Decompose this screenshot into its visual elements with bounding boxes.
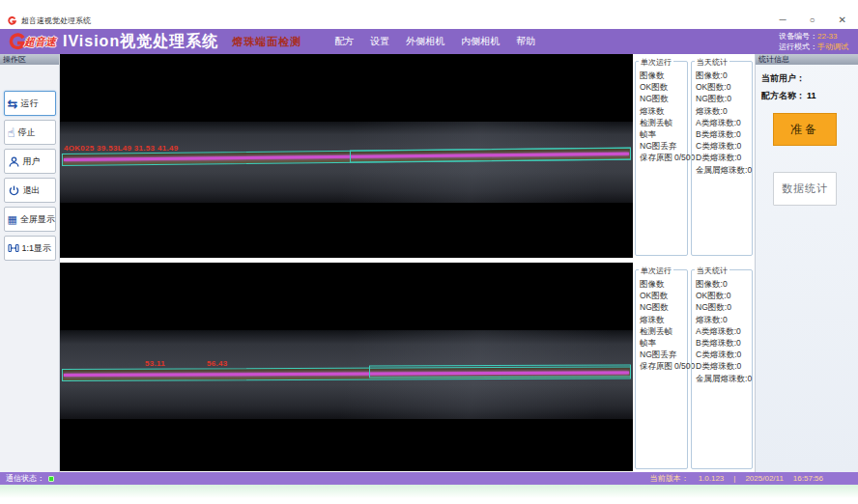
- stat-row: 帧率: [640, 128, 687, 140]
- device-info: 设备编号：22-33 运行模式：手动调试: [779, 31, 850, 52]
- minimize-button[interactable]: ─: [779, 14, 786, 27]
- app-header: 超音速 IVision视觉处理系统 熔珠端面检测 配方 设置 外侧相机 内侧相机…: [0, 29, 858, 54]
- comm-status-ok-indicator: [48, 476, 54, 482]
- one-to-one-button[interactable]: 1:1显示: [4, 236, 56, 261]
- menu-help[interactable]: 帮助: [516, 35, 535, 48]
- stat-row: 熔珠数: [640, 105, 687, 117]
- current-user-label: 当前用户：: [761, 73, 805, 83]
- menu-settings[interactable]: 设置: [370, 35, 389, 48]
- data-statistics-button[interactable]: 数据统计: [773, 172, 837, 206]
- today-stats-groupbox: 当天统计 图像数:0 OK图数:0 NG图数:0 熔珠数:0 A类熔珠数:0 B…: [691, 269, 753, 469]
- comm-status-label: 通信状态：: [6, 473, 44, 484]
- status-time: 16:57:56: [793, 474, 823, 483]
- sidebar-title: 操作区: [0, 54, 59, 65]
- cycle-arrows-icon: ⇆: [8, 98, 18, 110]
- stat-row: D类熔珠数:0: [696, 152, 752, 163]
- ready-button[interactable]: 准备: [773, 113, 837, 146]
- stat-row: 金属屑熔珠数:0: [696, 373, 752, 384]
- single-run-title: 单次运行: [639, 266, 673, 276]
- user-button[interactable]: 用户: [4, 149, 56, 174]
- stat-row: OK图数:0: [696, 290, 752, 301]
- menu-outer-camera[interactable]: 外侧相机: [406, 35, 444, 48]
- menu-recipe[interactable]: 配方: [334, 35, 354, 48]
- stat-row: NG图丢弃: [640, 349, 687, 360]
- fullscreen-grid-icon: ▦: [8, 213, 17, 226]
- brand-logo: 超音速: [8, 33, 56, 50]
- user-button-label: 用户: [23, 155, 41, 168]
- measurement-annotation: 53.11: [145, 359, 165, 368]
- hand-stop-icon: ☝: [8, 126, 15, 139]
- stat-row: 保存原图0/500: [640, 152, 687, 163]
- stats-panel-top: 单次运行 图像数 OK图数 NG图数 熔珠数 检测丢帧 帧率 NG图丢弃 保存原…: [634, 54, 754, 258]
- stop-button[interactable]: ☝ 停止: [4, 120, 56, 145]
- stat-row: 图像数: [640, 278, 687, 290]
- one-to-one-button-label: 1:1显示: [22, 242, 52, 255]
- stat-row: B类熔珠数:0: [696, 337, 752, 349]
- status-date: 2025/02/11: [745, 474, 783, 483]
- stats-panel-bottom: 单次运行 图像数 OK图数 NG图数 熔珠数 检测丢帧 帧率 NG图丢弃 保存原…: [634, 263, 754, 471]
- stat-row: 检测丢帧: [640, 117, 687, 128]
- menu-inner-camera[interactable]: 内侧相机: [461, 35, 500, 48]
- power-icon: [8, 184, 20, 197]
- window-titlebar: 超音速视觉处理系统 ─ ○ ✕: [0, 12, 858, 29]
- single-run-groupbox: 单次运行 图像数 OK图数 NG图数 熔珠数 检测丢帧 帧率 NG图丢弃 保存原…: [635, 61, 688, 256]
- stat-row: 图像数:0: [696, 70, 752, 81]
- stat-row: B类熔珠数:0: [696, 128, 752, 140]
- recipe-name-row: 配方名称：11: [756, 90, 858, 102]
- fullscreen-button[interactable]: ▦ 全屏显示: [4, 207, 56, 232]
- run-mode-value: 手动调试: [817, 42, 848, 51]
- stat-row: D类熔珠数:0: [696, 360, 752, 372]
- stat-row: 熔珠数:0: [696, 105, 752, 117]
- stat-row: C类熔珠数:0: [696, 349, 752, 360]
- stat-row: 帧率: [640, 337, 687, 349]
- fullscreen-button-label: 全屏显示: [20, 213, 55, 226]
- stop-button-label: 停止: [17, 126, 35, 139]
- desktop-strip: [0, 485, 858, 504]
- stat-row: 保存原图0/500: [640, 360, 687, 372]
- one-to-one-icon: [8, 242, 19, 254]
- exit-button-label: 退出: [23, 184, 41, 197]
- run-button[interactable]: ⇆ 运行: [4, 91, 56, 116]
- recipe-name-label: 配方名称：: [761, 91, 805, 100]
- run-mode-label: 运行模式：: [779, 42, 817, 51]
- weld-bead-roi-segment: [369, 364, 631, 378]
- measurement-annotation: 4OK025 39.53L49 31.53 41.49: [64, 144, 178, 153]
- stat-row: A类熔珠数:0: [696, 325, 752, 337]
- stat-row: NG图数: [640, 93, 687, 104]
- menu-bar: 配方 设置 外侧相机 内侧相机 帮助: [334, 35, 535, 48]
- today-stats-title: 当天统计: [695, 266, 729, 276]
- run-button-label: 运行: [20, 98, 38, 110]
- operation-sidebar: 操作区 ⇆ 运行 ☝ 停止 用户 退出 ▦ 全屏显示: [0, 54, 60, 472]
- outer-camera-viewport: 4OK025 39.53L49 31.53 41.49: [60, 54, 633, 258]
- stat-row: A类熔珠数:0: [696, 117, 752, 128]
- stat-row: 检测丢帧: [640, 325, 687, 337]
- stat-row: 熔珠数: [640, 314, 687, 325]
- window-title: 超音速视觉处理系统: [21, 15, 91, 26]
- stat-row: OK图数: [640, 290, 687, 301]
- maximize-button[interactable]: ○: [810, 14, 815, 27]
- user-icon: [8, 155, 20, 168]
- stat-row: C类熔珠数:0: [696, 140, 752, 152]
- status-bar: 通信状态： 当前版本： 1.0.123 | 2025/02/11 16:57:5…: [0, 472, 858, 485]
- version-label: 当前版本：: [650, 473, 689, 484]
- stat-row: 图像数:0: [696, 278, 752, 290]
- app-title: IVision视觉处理系统: [63, 32, 218, 52]
- recipe-name-value: 11: [807, 91, 816, 100]
- close-button[interactable]: ✕: [839, 14, 846, 27]
- stat-row: 熔珠数:0: [696, 314, 752, 325]
- version-value: 1.0.123: [699, 474, 725, 483]
- inner-camera-viewport: 53.11 56.43: [60, 263, 633, 471]
- brand-logo-text: 超音速: [24, 35, 56, 49]
- status-separator: |: [733, 474, 735, 483]
- exit-button[interactable]: 退出: [4, 178, 56, 203]
- measurement-annotation: 56.43: [207, 359, 228, 368]
- today-stats-title: 当天统计: [695, 57, 729, 68]
- app-window-icon: [8, 16, 16, 25]
- device-number-value: 22-33: [817, 32, 837, 41]
- device-number-label: 设备编号：: [779, 32, 817, 41]
- stat-row: OK图数: [640, 81, 687, 93]
- single-run-groupbox: 单次运行 图像数 OK图数 NG图数 熔珠数 检测丢帧 帧率 NG图丢弃 保存原…: [635, 269, 688, 469]
- app-window: 超音速视觉处理系统 ─ ○ ✕ 超音速 IVision视觉处理系统 熔珠端面检测…: [0, 0, 858, 504]
- stat-row: NG图数:0: [696, 301, 752, 313]
- current-user-row: 当前用户：: [756, 72, 858, 85]
